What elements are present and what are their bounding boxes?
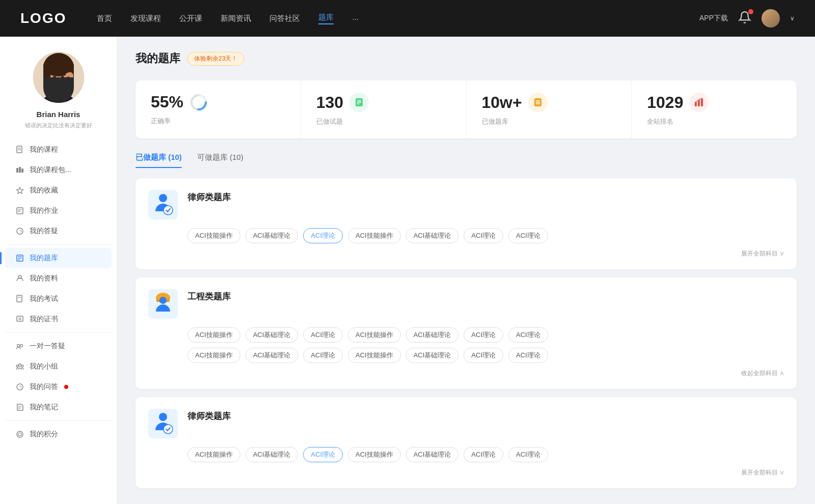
- user-menu-chevron[interactable]: ∨: [790, 15, 795, 22]
- divider-1: [5, 244, 112, 245]
- sidebar-item-my-course[interactable]: 我的课程: [5, 139, 112, 160]
- sidebar-item-course-package[interactable]: 我的课程包...: [5, 160, 112, 180]
- qbank-header-lawyer2: 律师类题库: [148, 408, 784, 439]
- sidebar-item-exam[interactable]: 我的考试: [5, 289, 112, 309]
- svg-point-9: [61, 76, 64, 79]
- tab-available-banks[interactable]: 可做题库 (10): [197, 153, 243, 167]
- nav-open-course[interactable]: 公开课: [179, 14, 202, 23]
- engineer-icon: [148, 289, 178, 319]
- user-avatar-nav[interactable]: [762, 9, 780, 27]
- qbank-icon: [15, 254, 24, 263]
- sidebar-item-1on1[interactable]: 一对一答疑: [5, 336, 112, 356]
- tag-lawyer1-6[interactable]: ACI理论: [508, 228, 548, 243]
- notes-icon: [15, 403, 24, 412]
- nav-qa[interactable]: 问答社区: [269, 14, 300, 23]
- tag-lawyer2-4[interactable]: ACI基础理论: [406, 447, 459, 462]
- svg-marker-16: [17, 187, 23, 193]
- svg-rect-14: [19, 167, 21, 173]
- tag-eng-r2-4[interactable]: ACI基础理论: [406, 348, 459, 363]
- tab-done-banks[interactable]: 已做题库 (10): [135, 153, 182, 167]
- sidebar-item-qbank[interactable]: 我的题库: [5, 248, 112, 268]
- tag-eng-r2-1[interactable]: ACI基础理论: [246, 348, 298, 363]
- main-content: 我的题库 体验剩余23天！ 55% 正确率 130: [117, 37, 815, 504]
- group-icon: [15, 362, 24, 371]
- svg-point-58: [164, 206, 173, 215]
- nav-news[interactable]: 新闻资讯: [221, 14, 251, 23]
- course-package-icon: [15, 165, 24, 175]
- svg-point-62: [159, 297, 167, 304]
- svg-text:?: ?: [19, 229, 22, 234]
- tag-lawyer1-3[interactable]: ACI技能操作: [348, 228, 401, 243]
- sidebar-item-my-qa[interactable]: ? 我的问答: [5, 377, 112, 397]
- lawyer-icon: [148, 189, 178, 220]
- tag-lawyer2-3[interactable]: ACI技能操作: [348, 447, 401, 462]
- nav-qbank[interactable]: 题库: [318, 13, 334, 24]
- tag-eng-r2-3[interactable]: ACI技能操作: [348, 348, 401, 363]
- engineer-figure-svg: [148, 289, 178, 319]
- tag-eng-r1-4[interactable]: ACI基础理论: [406, 327, 459, 343]
- sidebar-item-group[interactable]: 我的小组: [5, 356, 112, 377]
- tag-eng-r1-5[interactable]: ACI理论: [464, 327, 503, 343]
- qbank-header-lawyer1: 律师类题库: [148, 189, 784, 220]
- navbar: LOGO 首页 发现课程 公开课 新闻资讯 问答社区 题库 ··· APP下载 …: [0, 0, 815, 37]
- tag-lawyer1-5[interactable]: ACI理论: [464, 228, 503, 243]
- svg-rect-53: [695, 102, 697, 106]
- tag-eng-r2-2[interactable]: ACI理论: [303, 348, 343, 363]
- logo: LOGO: [20, 10, 66, 26]
- svg-text:?: ?: [19, 385, 22, 390]
- stat-accuracy: 55% 正确率: [135, 80, 301, 138]
- list-orange-icon: [528, 93, 548, 112]
- expand-lawyer2[interactable]: 展开全部科目 ∨: [148, 468, 784, 477]
- nav-menu: 首页 发现课程 公开课 新闻资讯 问答社区 题库 ···: [97, 13, 699, 24]
- stat-rank: 1029 全站排名: [632, 80, 797, 138]
- tags-row-lawyer2: ACI技能操作 ACI基础理论 ACI理论 ACI技能操作 ACI基础理论 AC…: [148, 447, 784, 462]
- svg-point-64: [159, 413, 167, 421]
- app-download-button[interactable]: APP下载: [699, 14, 728, 23]
- tags-row-engineer-2: ACI技能操作 ACI基础理论 ACI理论 ACI技能操作 ACI基础理论 AC…: [148, 348, 784, 363]
- trial-badge: 体验剩余23天！: [187, 52, 244, 66]
- collapse-engineer[interactable]: 收起全部科目 ∧: [148, 369, 784, 378]
- stat-done-banks: 10w+ 已做题库: [467, 80, 632, 138]
- sidebar-item-homework[interactable]: 我的作业: [5, 201, 112, 221]
- tag-lawyer1-1[interactable]: ACI基础理论: [246, 228, 298, 243]
- sidebar-item-profile[interactable]: 我的资料: [5, 268, 112, 289]
- nav-discover[interactable]: 发现课程: [130, 14, 161, 23]
- tag-eng-r2-5[interactable]: ACI理论: [464, 348, 503, 363]
- sidebar-item-favorites[interactable]: 我的收藏: [5, 180, 112, 201]
- sidebar-item-notes[interactable]: 我的笔记: [5, 397, 112, 417]
- stat-label-accuracy: 正确率: [151, 117, 285, 126]
- 1on1-icon: [15, 342, 24, 351]
- tag-lawyer2-1[interactable]: ACI基础理论: [246, 447, 298, 462]
- tag-eng-r1-0[interactable]: ACI技能操作: [187, 327, 240, 343]
- tag-lawyer2-5[interactable]: ACI理论: [464, 447, 503, 462]
- tag-eng-r1-2[interactable]: ACI理论: [303, 327, 343, 343]
- svg-rect-27: [17, 295, 22, 302]
- svg-rect-4: [43, 66, 50, 84]
- tag-eng-r1-3[interactable]: ACI技能操作: [348, 327, 401, 343]
- sidebar-item-certificate[interactable]: 我的证书: [5, 309, 112, 329]
- tag-lawyer1-4[interactable]: ACI基础理论: [406, 228, 459, 243]
- stat-label-done-banks: 已做题库: [482, 117, 616, 126]
- nav-home[interactable]: 首页: [97, 14, 112, 23]
- lawyer2-icon: [148, 408, 178, 439]
- nav-more[interactable]: ···: [352, 14, 359, 23]
- favorites-icon: [15, 186, 24, 195]
- tag-eng-r1-6[interactable]: ACI理论: [508, 327, 548, 343]
- lawyer2-figure-svg: [148, 409, 178, 438]
- svg-rect-17: [17, 208, 23, 214]
- tag-lawyer2-2[interactable]: ACI理论: [303, 447, 343, 462]
- tags-row-lawyer1: ACI技能操作 ACI基础理论 ACI理论 ACI技能操作 ACI基础理论 AC…: [148, 228, 784, 243]
- expand-lawyer1[interactable]: 展开全部科目 ∨: [148, 249, 784, 258]
- tag-eng-r1-1[interactable]: ACI基础理论: [246, 327, 298, 343]
- notification-badge: [748, 9, 753, 14]
- tag-lawyer1-0[interactable]: ACI技能操作: [187, 228, 240, 243]
- notification-bell-button[interactable]: [738, 11, 751, 26]
- tag-lawyer2-6[interactable]: ACI理论: [508, 447, 548, 462]
- stat-label-done-questions: 已做试题: [316, 117, 451, 126]
- tag-lawyer2-0[interactable]: ACI技能操作: [187, 447, 240, 462]
- tag-eng-r2-6[interactable]: ACI理论: [508, 348, 548, 363]
- sidebar-item-points[interactable]: 我的积分: [5, 424, 112, 444]
- tag-lawyer1-2[interactable]: ACI理论: [303, 228, 343, 243]
- sidebar-item-questions[interactable]: ? 我的答疑: [5, 221, 112, 241]
- tag-eng-r2-0[interactable]: ACI技能操作: [187, 348, 240, 363]
